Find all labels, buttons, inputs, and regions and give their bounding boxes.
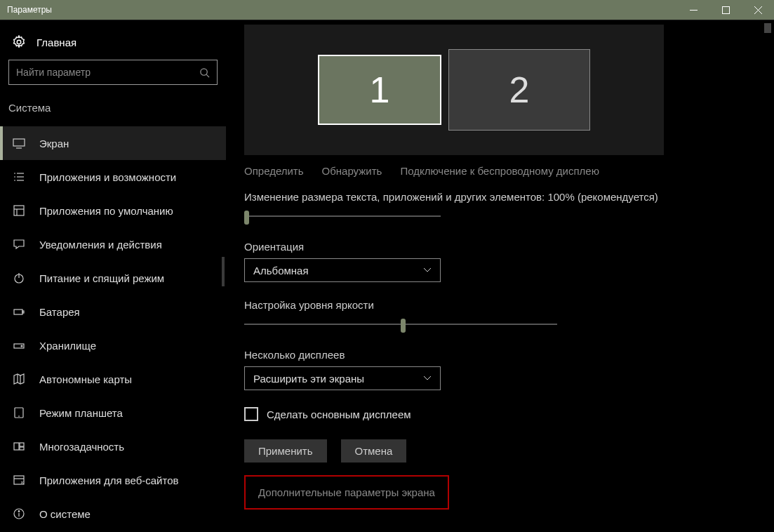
svg-point-5 — [201, 68, 207, 74]
chat-icon — [13, 238, 25, 251]
nav-item-notifications[interactable]: Уведомления и действия — [0, 227, 226, 261]
nav-item-storage[interactable]: Хранилище — [0, 328, 226, 362]
nav-list: Экран Приложения и возможности Приложени… — [0, 126, 226, 521]
nav-item-battery[interactable]: Батарея — [0, 295, 226, 328]
search-icon — [199, 67, 210, 78]
wireless-link[interactable]: Подключение к беспроводному дисплею — [400, 165, 599, 177]
apply-button[interactable]: Применить — [244, 439, 327, 463]
svg-rect-15 — [14, 206, 24, 215]
content-pane: 1 2 Определить Обнаружить Подключение к … — [226, 20, 774, 532]
display-icon — [13, 137, 25, 149]
slider-thumb[interactable] — [244, 211, 249, 225]
webapps-icon — [13, 474, 25, 486]
scale-label: Изменение размера текста, приложений и д… — [244, 191, 761, 203]
nav-item-label: Приложения для веб-сайтов — [39, 474, 179, 486]
advanced-display-link[interactable]: Дополнительные параметры экрана — [244, 475, 449, 510]
svg-rect-28 — [14, 443, 19, 450]
orientation-dropdown[interactable]: Альбомная — [244, 258, 441, 282]
svg-line-6 — [206, 74, 209, 77]
titlebar: Параметры — [0, 0, 774, 20]
nav-item-about[interactable]: О системе — [0, 497, 226, 521]
window-title: Параметры — [7, 5, 52, 15]
multi-dropdown[interactable]: Расширить эти экраны — [244, 366, 441, 390]
maximize-button[interactable] — [709, 0, 742, 20]
brightness-slider[interactable] — [244, 317, 557, 333]
svg-point-4 — [17, 40, 21, 44]
nav-item-label: Хранилище — [39, 340, 96, 352]
map-icon — [13, 373, 25, 385]
monitor-1[interactable]: 1 — [318, 55, 441, 125]
info-icon — [13, 507, 25, 520]
checkbox-label: Сделать основным дисплеем — [267, 408, 411, 420]
battery-icon — [13, 305, 25, 318]
nav-item-tablet[interactable]: Режим планшета — [0, 396, 226, 430]
svg-rect-7 — [13, 139, 25, 146]
chevron-down-icon — [423, 267, 432, 273]
nav-item-label: Питание и спящий режим — [39, 272, 164, 284]
nav-item-webapps[interactable]: Приложения для веб-сайтов — [0, 463, 226, 497]
storage-icon — [13, 339, 25, 352]
svg-point-23 — [21, 345, 22, 347]
monitor-actions: Определить Обнаружить Подключение к бесп… — [244, 165, 761, 177]
nav-item-maps[interactable]: Автономные карты — [0, 362, 226, 396]
monitor-2[interactable]: 2 — [448, 49, 590, 131]
minimize-button[interactable] — [677, 0, 709, 20]
nav-item-label: О системе — [39, 508, 91, 520]
nav-item-label: Режим планшета — [39, 407, 123, 419]
brightness-label: Настройка уровня яркости — [244, 299, 761, 311]
defaults-icon — [13, 204, 25, 217]
nav-item-label: Уведомления и действия — [39, 239, 162, 251]
tablet-icon — [13, 406, 25, 419]
primary-display-checkbox-row[interactable]: Сделать основным дисплеем — [244, 407, 761, 421]
svg-point-35 — [18, 511, 20, 512]
home-link[interactable]: Главная — [0, 29, 226, 60]
svg-rect-21 — [22, 311, 24, 313]
search-input-container[interactable] — [8, 60, 218, 85]
category-label: Система — [0, 99, 226, 122]
sidebar: Главная Система Экран Приложения и возмо… — [0, 20, 226, 532]
detect-link[interactable]: Обнаружить — [322, 165, 382, 177]
svg-rect-30 — [20, 447, 24, 450]
nav-item-label: Приложения и возможности — [39, 171, 176, 183]
cancel-button[interactable]: Отмена — [341, 439, 407, 463]
scale-slider[interactable] — [244, 208, 441, 225]
nav-item-label: Автономные карты — [39, 373, 132, 385]
checkbox[interactable] — [244, 407, 258, 421]
svg-rect-20 — [14, 310, 22, 314]
nav-item-display[interactable]: Экран — [0, 126, 226, 160]
nav-item-power[interactable]: Питание и спящий режим — [0, 261, 226, 295]
search-input[interactable] — [16, 67, 199, 78]
monitor-preview: 1 2 — [244, 25, 664, 155]
button-row: Применить Отмена — [244, 439, 761, 463]
close-button[interactable] — [742, 0, 774, 20]
slider-thumb[interactable] — [401, 319, 406, 333]
orientation-value: Альбомная — [253, 265, 309, 277]
nav-item-label: Приложения по умолчанию — [39, 205, 173, 217]
nav-item-label: Батарея — [39, 306, 80, 318]
power-icon — [13, 272, 25, 284]
content-scrollbar[interactable] — [764, 23, 771, 33]
nav-item-label: Экран — [39, 138, 69, 149]
home-label: Главная — [36, 36, 76, 48]
nav-item-multitask[interactable]: Многозадачность — [0, 430, 226, 463]
multi-value: Расширить эти экраны — [253, 373, 364, 385]
nav-item-default-apps[interactable]: Приложения по умолчанию — [0, 194, 226, 227]
orientation-label: Ориентация — [244, 241, 761, 253]
identify-link[interactable]: Определить — [244, 165, 304, 177]
gear-icon — [11, 34, 27, 50]
multi-label: Несколько дисплеев — [244, 349, 761, 361]
multitask-icon — [13, 440, 25, 453]
sidebar-scrollbar[interactable] — [222, 257, 225, 286]
chevron-down-icon — [423, 375, 432, 381]
nav-item-label: Многозадачность — [39, 441, 124, 453]
list-icon — [13, 171, 25, 183]
nav-item-apps[interactable]: Приложения и возможности — [0, 160, 226, 194]
svg-rect-29 — [20, 443, 24, 446]
svg-rect-1 — [722, 6, 729, 13]
